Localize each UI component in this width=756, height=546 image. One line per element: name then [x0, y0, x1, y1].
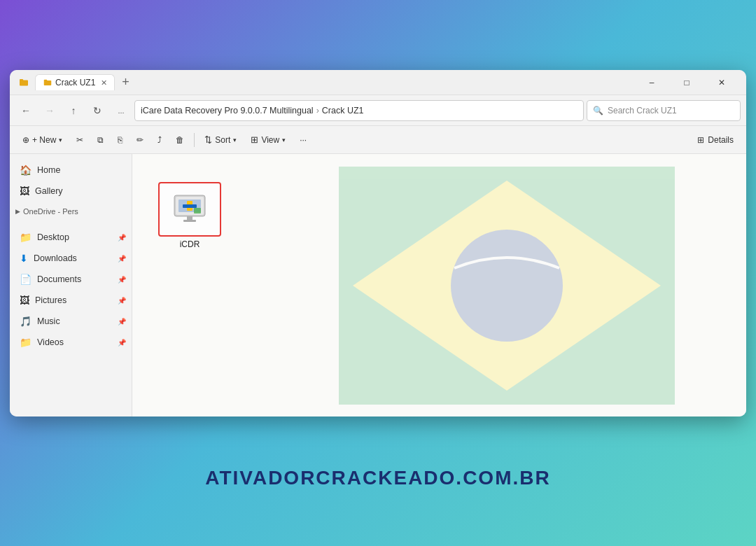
- sidebar-item-desktop[interactable]: 📁 Desktop 📌: [10, 227, 132, 248]
- search-box[interactable]: 🔍 Search Crack UZ1: [587, 100, 741, 121]
- pin-icon-music: 📌: [118, 318, 126, 326]
- share-button[interactable]: ⤴: [152, 130, 167, 150]
- documents-icon: 📄: [20, 274, 31, 285]
- sidebar-item-label-documents: Documents: [37, 274, 81, 284]
- sidebar-item-pictures[interactable]: 🖼 Pictures 📌: [10, 290, 132, 311]
- breadcrumb-separator: ›: [316, 106, 319, 115]
- watermark-area: ATIVADORCRACKEADO.COM.BR: [0, 410, 756, 546]
- sidebar-item-label-desktop: Desktop: [37, 232, 69, 242]
- breadcrumb[interactable]: iCare Data Recovery Pro 9.0.0.7 Multilin…: [134, 100, 584, 121]
- view-button[interactable]: ⊞ View ▾: [245, 130, 291, 150]
- rename-icon: ✏: [136, 135, 144, 145]
- copy-icon: ⧉: [97, 135, 104, 145]
- toolbar: ⊕ + New ▾ ✂ ⧉ ⎘ ✏ ⤴ 🗑 ⇅ Sort ▾ ⊞ Vie: [10, 126, 746, 154]
- icdr-file-icon: [170, 190, 209, 229]
- sidebar-item-label-gallery: Gallery: [35, 186, 63, 196]
- file-label: iCDR: [180, 239, 200, 249]
- tab-title: Crack UZ1: [55, 78, 95, 88]
- file-icon-wrapper: [158, 182, 221, 237]
- svg-rect-7: [183, 204, 197, 208]
- more-options-button[interactable]: ···: [294, 130, 312, 150]
- new-icon: ⊕: [22, 135, 29, 145]
- sidebar-item-label-pictures: Pictures: [35, 295, 66, 305]
- new-tab-button[interactable]: +: [118, 75, 134, 90]
- chevron-icon: ▶: [15, 208, 20, 215]
- new-chevron-icon: ▾: [59, 136, 62, 144]
- paste-icon: ⎘: [118, 135, 122, 145]
- active-tab[interactable]: Crack UZ1 ✕: [35, 74, 115, 90]
- cut-icon: ✂: [76, 135, 83, 145]
- sidebar-item-label-downloads: Downloads: [34, 253, 77, 263]
- file-explorer-window: Crack UZ1 ✕ + – □ ✕ ← → ↑ ↻ ... iCare Da…: [10, 70, 746, 416]
- sidebar-item-downloads[interactable]: ⬇ Downloads 📌: [10, 248, 132, 269]
- pin-icon-pictures: 📌: [118, 297, 126, 304]
- delete-button[interactable]: 🗑: [170, 130, 190, 150]
- new-label: + New: [32, 135, 56, 145]
- details-button[interactable]: ⊞ Details: [692, 132, 739, 148]
- tab-close-button[interactable]: ✕: [101, 78, 107, 88]
- title-bar: Crack UZ1 ✕ + – □ ✕: [10, 70, 746, 95]
- svg-rect-9: [187, 216, 192, 220]
- close-button[interactable]: ✕: [706, 72, 738, 93]
- cut-button[interactable]: ✂: [71, 130, 89, 150]
- videos-icon: 📁: [20, 337, 31, 348]
- details-label: Details: [708, 135, 734, 145]
- pin-icon-videos: 📌: [118, 339, 126, 346]
- maximize-button[interactable]: □: [671, 72, 703, 93]
- rename-button[interactable]: ✏: [131, 130, 149, 150]
- view-icon: ⊞: [251, 134, 258, 145]
- paste-button[interactable]: ⎘: [112, 130, 128, 150]
- sort-button[interactable]: ⇅ Sort ▾: [199, 130, 242, 150]
- copy-button[interactable]: ⧉: [92, 130, 109, 150]
- watermark-text: ATIVADORCRACKEADO.COM.BR: [205, 467, 550, 489]
- sidebar-item-home[interactable]: 🏠 Home: [10, 160, 132, 181]
- details-icon: ⊞: [697, 135, 704, 145]
- breadcrumb-part1: iCare Data Recovery Pro 9.0.0.7 Multilin…: [141, 106, 314, 115]
- sort-chevron-icon: ▾: [233, 136, 237, 144]
- new-button[interactable]: ⊕ + New ▾: [17, 130, 68, 150]
- gallery-icon: 🖼: [20, 186, 29, 197]
- svg-rect-10: [183, 220, 196, 222]
- sidebar-item-documents[interactable]: 📄 Documents 📌: [10, 269, 132, 290]
- sidebar-item-label-videos: Videos: [37, 337, 64, 347]
- pin-icon: 📌: [118, 234, 126, 241]
- pin-icon-documents: 📌: [118, 276, 126, 284]
- view-label: View: [261, 135, 279, 145]
- file-area[interactable]: iCDR: [132, 154, 746, 416]
- sidebar-item-videos[interactable]: 📁 Videos 📌: [10, 332, 132, 353]
- folder-options-button[interactable]: ...: [111, 100, 132, 121]
- up-button[interactable]: ↑: [63, 100, 84, 121]
- sidebar: 🏠 Home 🖼 Gallery ▶ OneDrive - Pers 📁 Des…: [10, 154, 132, 416]
- toolbar-separator-1: [194, 133, 195, 147]
- sidebar-item-label-home: Home: [37, 165, 60, 175]
- forward-button[interactable]: →: [39, 100, 60, 121]
- address-bar: ← → ↑ ↻ ... iCare Data Recovery Pro 9.0.…: [10, 95, 746, 126]
- pin-icon-downloads: 📌: [118, 255, 126, 262]
- music-icon: 🎵: [20, 316, 31, 327]
- sidebar-group-onedrive[interactable]: ▶ OneDrive - Pers: [10, 202, 132, 221]
- delete-icon: 🗑: [176, 135, 184, 145]
- sort-icon: ⇅: [204, 134, 212, 145]
- file-icon-icdr[interactable]: iCDR: [155, 182, 225, 249]
- sort-label: Sort: [215, 135, 230, 145]
- search-icon: 🔍: [593, 106, 603, 115]
- minimize-button[interactable]: –: [636, 72, 668, 93]
- pictures-icon: 🖼: [20, 295, 29, 306]
- view-chevron-icon: ▾: [282, 136, 286, 144]
- sidebar-item-gallery[interactable]: 🖼 Gallery: [10, 181, 132, 202]
- home-icon: 🏠: [20, 164, 31, 176]
- downloads-icon: ⬇: [20, 253, 28, 264]
- search-placeholder: Search Crack UZ1: [608, 106, 677, 115]
- desktop-icon: 📁: [20, 232, 31, 243]
- sidebar-item-music[interactable]: 🎵 Music 📌: [10, 311, 132, 332]
- breadcrumb-part2: Crack UZ1: [322, 106, 364, 115]
- refresh-button[interactable]: ↻: [87, 100, 108, 121]
- back-button[interactable]: ←: [15, 100, 36, 121]
- folder-icon: [18, 77, 29, 88]
- share-icon: ⤴: [158, 135, 162, 145]
- svg-rect-8: [194, 208, 201, 214]
- window-controls: – □ ✕: [636, 72, 738, 93]
- sidebar-item-label-onedrive: OneDrive - Pers: [23, 207, 78, 216]
- sidebar-item-label-music: Music: [37, 316, 60, 326]
- tab-folder-icon: [43, 78, 52, 88]
